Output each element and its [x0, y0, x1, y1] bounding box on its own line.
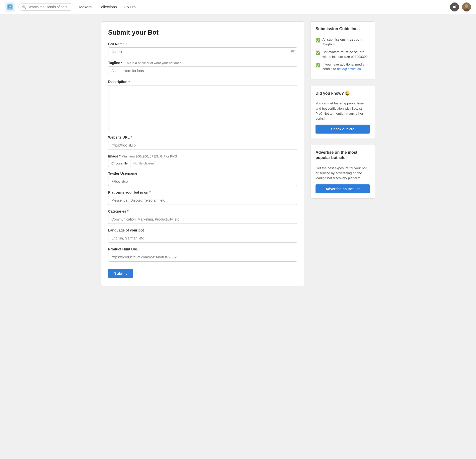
svg-point-6	[11, 6, 12, 7]
categories-group: Categories *	[108, 209, 297, 224]
website-url-input[interactable]	[108, 141, 297, 150]
website-url-required: *	[131, 135, 132, 139]
nav-go-pro[interactable]: Go Pro	[124, 5, 136, 9]
platforms-input[interactable]	[108, 196, 297, 205]
svg-rect-7	[8, 8, 11, 8]
twitter-input[interactable]	[108, 177, 297, 186]
tagline-input[interactable]	[108, 66, 297, 75]
check-icon-1: ✅	[316, 38, 320, 43]
guideline-item-2: ✅ Bot avatars must be square with minimu…	[316, 50, 370, 59]
search-icon: 🔍	[22, 5, 26, 9]
description-required: *	[128, 80, 130, 84]
guideline-item-1: ✅ All submissions must be in English.	[316, 37, 370, 47]
user-avatar[interactable]	[462, 2, 471, 11]
categories-required: *	[127, 209, 128, 213]
bot-name-input[interactable]	[108, 47, 297, 56]
description-textarea[interactable]	[108, 85, 297, 130]
submit-button[interactable]: Submit	[108, 269, 133, 278]
no-file-label: No file chosen	[133, 161, 154, 165]
sidebar: Submission Guidelines ✅ All submissions …	[310, 21, 375, 286]
tagline-required: *	[121, 61, 122, 65]
svg-point-10	[10, 3, 10, 4]
search-input[interactable]	[28, 5, 70, 9]
check-icon-3: ✅	[316, 63, 320, 68]
product-hunt-group: Product Hunt URL	[108, 247, 297, 262]
did-you-know-title: Did you know? 🤑	[316, 91, 370, 98]
page-content: Submit your Bot Bot Name *	[96, 21, 380, 286]
header: 🔍 Makers Collections Go Pro +	[0, 0, 476, 14]
twitter-label: Twitter Username	[108, 171, 137, 175]
logo[interactable]	[5, 2, 15, 12]
svg-point-5	[8, 6, 9, 7]
language-input[interactable]	[108, 234, 297, 243]
product-hunt-input[interactable]	[108, 253, 297, 262]
platforms-required: *	[149, 190, 151, 194]
website-url-group: Website URL *	[108, 135, 297, 150]
language-label: Language of your bot	[108, 228, 144, 232]
image-hint: Minimum 300x300, JPEG, GIF or PNG	[122, 154, 177, 158]
bot-name-group: Bot Name *	[108, 42, 297, 56]
image-label: Image	[108, 154, 118, 158]
categories-input[interactable]	[108, 215, 297, 224]
page-title: Submit your Bot	[108, 29, 297, 36]
did-you-know-text: You can get faster approval time and bot…	[316, 101, 370, 121]
guidelines-title: Submission Guidelines	[316, 27, 370, 34]
main-nav: Makers Collections Go Pro	[79, 5, 450, 9]
tagline-label: Tagline	[108, 61, 120, 65]
check-icon-2: ✅	[316, 50, 320, 56]
guidelines-card: Submission Guidelines ✅ All submissions …	[310, 21, 375, 80]
svg-rect-18	[291, 53, 294, 53]
image-required: *	[119, 154, 120, 158]
product-hunt-label: Product Hunt URL	[108, 247, 138, 251]
svg-rect-17	[291, 51, 294, 52]
choose-file-button[interactable]: Choose file	[108, 160, 131, 167]
platforms-group: Platforms your bot is on *	[108, 190, 297, 205]
check-out-pro-button[interactable]: Check out Pro	[316, 125, 370, 134]
language-group: Language of your bot	[108, 228, 297, 243]
image-group: Image * Minimum 300x300, JPEG, GIF or PN…	[108, 154, 297, 167]
guideline-text-2: Bot avatars must be square with minimum …	[322, 50, 370, 59]
advertise-button[interactable]: Advertise on BotList	[316, 184, 370, 193]
svg-point-14	[465, 4, 468, 8]
description-group: Description *	[108, 80, 297, 131]
advertise-card: Advertise on the most popular bot site! …	[310, 145, 375, 198]
text-icon	[291, 50, 295, 54]
nav-makers[interactable]: Makers	[79, 5, 91, 9]
search-bar[interactable]: 🔍	[18, 3, 73, 11]
tagline-group: Tagline * This is a oneliner of what you…	[108, 61, 297, 75]
tagline-hint: This is a oneliner of what your bot does	[125, 61, 181, 65]
nav-collections[interactable]: Collections	[98, 5, 117, 9]
video-icon[interactable]: +	[450, 2, 459, 11]
svg-rect-16	[291, 50, 295, 51]
website-url-label: Website URL	[108, 135, 130, 139]
svg-text:+: +	[456, 5, 456, 6]
did-you-know-card: Did you know? 🤑 You can get faster appro…	[310, 86, 375, 139]
twitter-group: Twitter Username	[108, 171, 297, 186]
guideline-text-3: If you have additional media, send it to…	[322, 62, 370, 72]
advertise-title: Advertise on the most popular bot site!	[316, 150, 370, 163]
bot-name-required: *	[125, 42, 127, 46]
form-panel: Submit your Bot Bot Name *	[101, 21, 304, 286]
categories-label: Categories	[108, 209, 126, 213]
header-right: +	[450, 2, 471, 11]
advertise-text: Get the best exposure for your bot or se…	[316, 166, 370, 181]
platforms-label: Platforms your bot is on	[108, 190, 148, 194]
guideline-item-3: ✅ If you have additional media, send it …	[316, 62, 370, 72]
guideline-text-1: All submissions must be in English.	[322, 37, 370, 47]
description-label: Description	[108, 80, 127, 84]
email-link[interactable]: hello@botlist.co	[337, 67, 361, 71]
bot-name-label: Bot Name	[108, 42, 124, 46]
